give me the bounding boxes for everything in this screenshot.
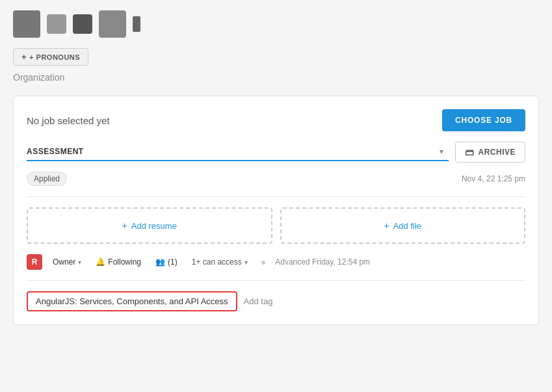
archive-label: ARCHIVE — [478, 148, 516, 157]
archive-icon: 🗃 — [465, 147, 475, 157]
access-dropdown[interactable]: 1+ can access ▾ — [188, 255, 252, 268]
tags-row: AngularJS: Services, Components, and API… — [27, 291, 525, 311]
chevron-down-icon: ▾ — [244, 259, 248, 266]
add-resume-box[interactable]: + Add resume — [27, 207, 272, 244]
avatar-5 — [133, 16, 140, 32]
access-label: 1+ can access — [192, 257, 242, 267]
owner-avatar: R — [27, 254, 42, 270]
job-row: No job selected yet CHOOSE JOB — [27, 109, 525, 131]
timestamp: Nov 4, 22 1:25 pm — [462, 174, 525, 183]
followers-count: (1) — [168, 257, 177, 267]
add-resume-label: Add resume — [131, 221, 177, 231]
following-label: Following — [108, 257, 141, 267]
archive-button[interactable]: 🗃 ARCHIVE — [455, 142, 525, 163]
pronouns-label: + PRONOUNS — [29, 53, 80, 61]
assessment-row: ASSESSMENT ▾ 🗃 ARCHIVE — [27, 142, 525, 163]
owner-initial: R — [32, 257, 38, 267]
plus-icon: + — [384, 220, 389, 231]
owner-label: Owner — [53, 257, 75, 267]
main-card: No job selected yet CHOOSE JOB ASSESSMEN… — [13, 96, 539, 325]
followers-dropdown[interactable]: 👥 (1) — [151, 255, 181, 268]
tag-item[interactable]: AngularJS: Services, Components, and API… — [27, 291, 237, 311]
organization-label: Organization — [13, 72, 539, 83]
avatar-1 — [13, 10, 40, 38]
avatar-3 — [73, 14, 92, 34]
plus-icon: + — [122, 220, 127, 231]
avatar-2 — [47, 14, 66, 34]
status-row: Applied Nov 4, 22 1:25 pm — [27, 172, 525, 186]
assessment-label: ASSESSMENT — [27, 147, 84, 156]
page-container: + + PRONOUNS Organization No job selecte… — [0, 0, 552, 392]
following-dropdown[interactable]: 🔔 Following — [92, 255, 145, 268]
assessment-dropdown[interactable]: ASSESSMENT ▾ — [27, 143, 449, 161]
add-file-box[interactable]: + Add file — [280, 207, 526, 244]
plus-icon: + — [21, 52, 27, 62]
chevron-down-icon: ▾ — [440, 147, 443, 156]
choose-job-button[interactable]: CHOOSE JOB — [442, 109, 525, 131]
divider-1 — [27, 196, 525, 197]
avatar-4 — [99, 10, 126, 38]
no-job-text: No job selected yet — [27, 115, 110, 126]
add-tag-button[interactable]: Add tag — [244, 296, 273, 306]
owner-dropdown[interactable]: Owner ▾ — [49, 255, 85, 268]
people-icon: 👥 — [155, 257, 165, 267]
applied-badge: Applied — [27, 172, 67, 186]
people-row: R Owner ▾ 🔔 Following 👥 (1) 1+ can acces… — [27, 254, 525, 281]
file-upload-row: + Add resume + Add file — [27, 207, 525, 244]
separator: ● — [261, 257, 266, 267]
pronouns-button[interactable]: + + PRONOUNS — [13, 48, 88, 66]
chevron-down-icon: ▾ — [78, 259, 81, 266]
advanced-label: Advanced Friday, 12:54 pm — [275, 257, 370, 267]
add-file-label: Add file — [393, 221, 421, 231]
bell-icon: 🔔 — [96, 257, 105, 267]
avatar-row — [13, 10, 539, 38]
tag-text: AngularJS: Services, Components, and API… — [36, 296, 228, 306]
